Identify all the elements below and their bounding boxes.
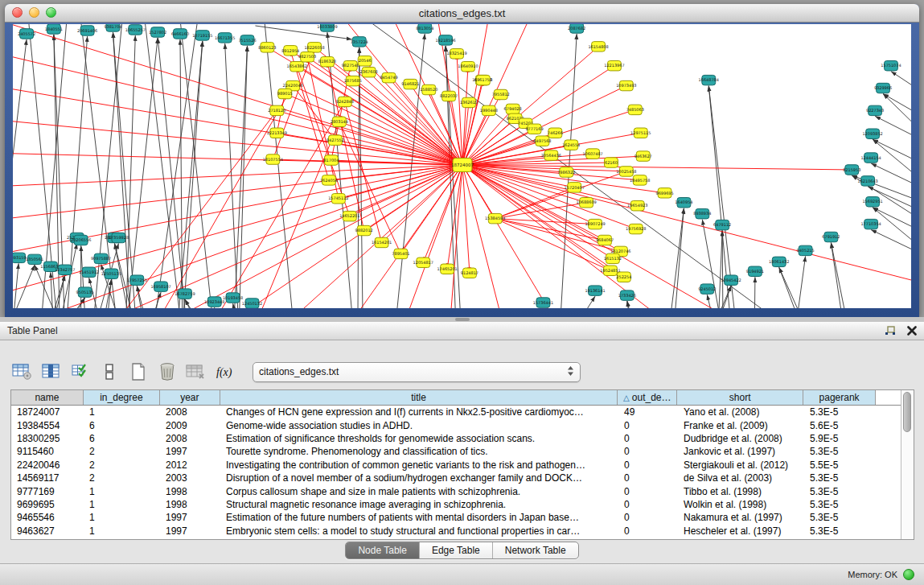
table-row[interactable]: 2242004622012Investigating the contribut… (11, 459, 901, 472)
cell-out_degree[interactable]: 0 (618, 446, 678, 457)
cell-in_degree[interactable]: 1 (84, 499, 160, 510)
cell-year[interactable]: 1997 (160, 525, 220, 537)
close-window-button[interactable] (12, 7, 23, 18)
table-select-dropdown[interactable]: citations_edges.txt (253, 362, 581, 382)
cell-pagerank[interactable]: 5.9E-5 (804, 433, 877, 444)
cell-title[interactable]: Changes of HCN gene expression and I(f) … (220, 406, 618, 418)
table-row[interactable]: 911546021997Tourette syndrome. Phenomeno… (11, 445, 901, 458)
cell-out_degree[interactable]: 0 (618, 459, 678, 471)
cell-year[interactable]: 1998 (160, 499, 220, 510)
cell-out_degree[interactable]: 0 (618, 499, 678, 510)
table-row[interactable]: 946362711997Embryonic stem cells: a mode… (11, 525, 901, 538)
cell-pagerank[interactable]: 5.6E-5 (804, 420, 877, 431)
table-scrollbar-thumb[interactable] (903, 392, 911, 432)
minimize-window-button[interactable] (29, 7, 39, 18)
cell-short[interactable]: Yano et al. (2008) (678, 406, 804, 418)
cell-out_degree[interactable]: 0 (618, 486, 678, 497)
cell-title[interactable]: Tourette syndrome. Phenomenology and cla… (220, 446, 618, 457)
cell-in_degree[interactable]: 1 (84, 512, 160, 523)
column-header-pagerank[interactable]: pagerank (803, 390, 876, 405)
cell-out_degree[interactable]: 49 (618, 406, 678, 418)
delete-table-button[interactable] (185, 361, 207, 382)
cell-short[interactable]: Jankovic et al. (1997) (678, 446, 804, 457)
row-height-button[interactable] (98, 361, 120, 382)
cell-year[interactable]: 2008 (160, 406, 220, 418)
cell-pagerank[interactable]: 5.3E-5 (804, 472, 877, 484)
cell-in_degree[interactable]: 6 (84, 433, 160, 444)
tab-node-table[interactable]: Node Table (346, 542, 419, 558)
cell-pagerank[interactable]: 5.5E-5 (804, 459, 877, 471)
column-header-title[interactable]: title (220, 390, 618, 405)
cell-title[interactable]: Estimation of significance thresholds fo… (220, 433, 618, 444)
cell-title[interactable]: Investigating the contribution of common… (220, 459, 618, 471)
cell-year[interactable]: 2008 (160, 433, 220, 444)
cell-short[interactable]: Wolkin et al. (1998) (678, 499, 804, 510)
cell-title[interactable]: Structural magnetic resonance image aver… (220, 499, 618, 510)
tab-edge-table[interactable]: Edge Table (419, 542, 492, 558)
cell-pagerank[interactable]: 5.3E-5 (804, 525, 877, 537)
cell-pagerank[interactable]: 5.3E-5 (804, 512, 877, 523)
cell-name[interactable]: 18300295 (11, 433, 84, 444)
tab-network-table[interactable]: Network Table (492, 542, 578, 558)
show-columns-button[interactable] (40, 361, 62, 382)
cell-name[interactable]: 9115460 (11, 446, 84, 457)
cell-pagerank[interactable]: 5.3E-5 (804, 499, 877, 510)
cell-out_degree[interactable]: 0 (618, 512, 678, 523)
select-rows-button[interactable] (69, 361, 91, 382)
cell-in_degree[interactable]: 1 (84, 486, 160, 497)
cell-year[interactable]: 1998 (160, 486, 220, 497)
cell-name[interactable]: 9699695 (11, 499, 84, 510)
cell-short[interactable]: Stergiakouli et al. (2012) (678, 459, 804, 471)
splitter-grip[interactable] (455, 318, 470, 321)
table-row[interactable]: 946554611997Estimation of the future num… (11, 511, 901, 524)
cell-short[interactable]: Hescheler et al. (1997) (678, 525, 804, 537)
zoom-window-button[interactable] (46, 7, 56, 18)
cell-year[interactable]: 1997 (160, 446, 220, 457)
float-panel-icon[interactable] (885, 326, 896, 336)
table-mode-button[interactable] (11, 361, 33, 382)
cell-title[interactable]: Corpus callosum shape and size in male p… (220, 486, 618, 497)
cell-in_degree[interactable]: 2 (84, 459, 160, 471)
function-builder-button[interactable]: f(x) (214, 361, 236, 382)
cell-title[interactable]: Estimation of the future numbers of pati… (220, 512, 618, 523)
cell-in_degree[interactable]: 2 (84, 446, 160, 457)
cell-in_degree[interactable]: 2 (84, 472, 160, 484)
cell-short[interactable]: Franke et al. (2009) (678, 420, 804, 431)
column-header-year[interactable]: year (160, 390, 220, 405)
cell-name[interactable]: 9777169 (11, 486, 84, 497)
cell-name[interactable]: 14569117 (11, 472, 84, 484)
cell-in_degree[interactable]: 1 (84, 525, 160, 537)
cell-short[interactable]: Nakamura et al. (1997) (678, 512, 804, 523)
table-row[interactable]: 1456911722003Disruption of a novel membe… (11, 472, 901, 484)
cell-pagerank[interactable]: 5.3E-5 (804, 446, 877, 457)
table-scrollbar[interactable] (901, 390, 914, 539)
cell-title[interactable]: Embryonic stem cells: a model to study s… (220, 525, 618, 537)
cell-year[interactable]: 2012 (160, 459, 220, 471)
table-row[interactable]: 977716911998Corpus callosum shape and si… (11, 484, 901, 497)
table-row[interactable]: 969969511998Structural magnetic resonanc… (11, 498, 901, 511)
cell-name[interactable]: 19384554 (11, 420, 84, 431)
table-row[interactable]: 1830029562008Estimation of significance … (11, 432, 901, 445)
cell-short[interactable]: Tibbo et al. (1998) (678, 486, 804, 497)
cell-out_degree[interactable]: 0 (618, 420, 678, 431)
column-header-short[interactable]: short (677, 390, 803, 405)
network-graph-canvas[interactable]: 2405572184055120691406938170410655257152… (13, 24, 911, 308)
cell-out_degree[interactable]: 0 (618, 433, 678, 444)
cell-title[interactable]: Genome-wide association studies in ADHD. (220, 420, 618, 431)
cell-short[interactable]: de Silva et al. (2003) (678, 472, 804, 484)
column-header-out_degree[interactable]: △out_de… (618, 390, 677, 405)
cell-pagerank[interactable]: 5.3E-5 (804, 486, 877, 497)
create-column-button[interactable] (127, 361, 149, 382)
cell-year[interactable]: 2009 (160, 420, 220, 431)
delete-values-button[interactable] (156, 361, 178, 382)
cell-short[interactable]: Dudbridge et al. (2008) (678, 433, 804, 444)
network-window-titlebar[interactable]: citations_edges.txt (5, 4, 919, 23)
cell-name[interactable]: 9465546 (11, 512, 84, 523)
close-panel-icon[interactable] (907, 326, 917, 336)
table-row[interactable]: 1872400712008Changes of HCN gene express… (11, 406, 901, 418)
column-header-in_degree[interactable]: in_degree (84, 390, 160, 405)
cell-in_degree[interactable]: 6 (84, 420, 160, 431)
cell-title[interactable]: Disruption of a novel member of a sodium… (220, 472, 618, 484)
cell-name[interactable]: 18724007 (11, 406, 84, 418)
table-row[interactable]: 1938455462009Genome-wide association stu… (11, 418, 901, 431)
